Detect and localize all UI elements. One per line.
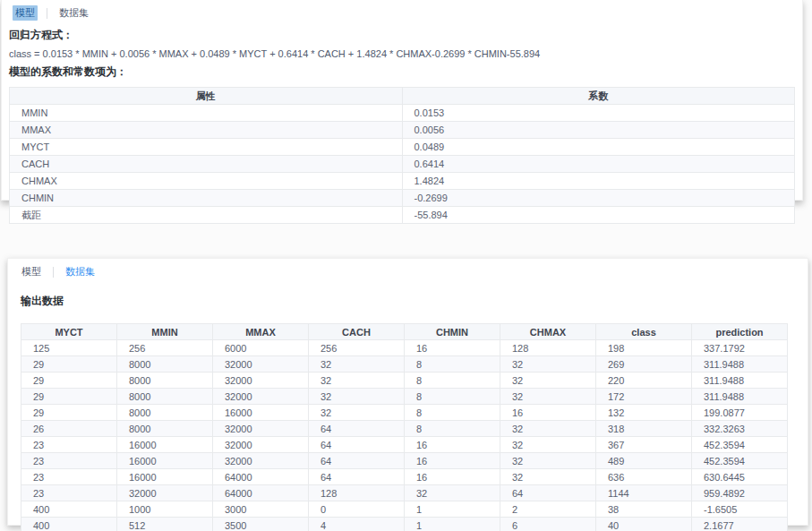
table-cell: 8000	[117, 389, 213, 405]
table-cell: 32000	[213, 373, 309, 389]
table-cell: 29	[21, 373, 117, 389]
table-cell: 截距	[10, 207, 403, 224]
table-cell: 269	[596, 356, 692, 373]
table-cell: 3000	[213, 501, 309, 518]
table-cell: 8000	[117, 356, 213, 373]
table-cell: 32	[500, 453, 596, 469]
table-cell: 8	[405, 373, 500, 389]
table-cell: 32	[500, 373, 596, 389]
table-cell: 452.3594	[692, 437, 788, 453]
table-cell: 311.9488	[692, 373, 788, 389]
table-cell: 128	[500, 340, 596, 356]
table-row: 截距-55.894	[10, 207, 795, 224]
tab-divider	[53, 267, 54, 278]
table-cell: 1	[405, 518, 500, 531]
regression-equation-text: class = 0.0153 * MMIN + 0.0056 * MMAX + …	[2, 45, 802, 61]
table-row: 2980003200032832172311.9488	[21, 389, 788, 405]
table-cell: 8000	[117, 421, 213, 437]
table-cell: 16	[405, 453, 500, 469]
table-cell: 16000	[117, 469, 213, 485]
table-cell: 32	[500, 421, 596, 437]
table-cell: 959.4892	[692, 485, 788, 501]
table-row: 231600032000641632367452.3594	[21, 437, 788, 453]
table-cell: -0.2699	[402, 190, 795, 207]
table-cell: MMAX	[10, 122, 403, 139]
table-row: CACH0.6414	[10, 156, 795, 173]
table-cell: 0.0489	[402, 139, 795, 156]
table-cell: 332.3263	[692, 421, 788, 437]
table-cell: 1	[405, 501, 500, 518]
table-cell: 8000	[117, 405, 213, 421]
table-row: MMIN0.0153	[10, 105, 795, 122]
table-cell: 16	[405, 469, 500, 485]
tab-dataset[interactable]: 数据集	[63, 264, 98, 279]
column-header: class	[596, 324, 692, 340]
column-header: MMIN	[117, 324, 213, 340]
table-cell: 32000	[117, 485, 213, 501]
table-cell: 1000	[117, 501, 213, 518]
table-row: MYCT0.0489	[10, 139, 795, 156]
table-cell: 256	[117, 340, 213, 356]
table-cell: 23	[21, 453, 117, 469]
table-row: 2980003200032832269311.9488	[21, 356, 788, 373]
table-row: 231600064000641632636630.6445	[21, 469, 788, 485]
table-cell: MMIN	[10, 105, 403, 122]
table-cell: 40	[596, 518, 692, 531]
table-cell: 23	[21, 469, 117, 485]
table-row: 125256600025616128198337.1792	[21, 340, 788, 356]
table-row: 4005123500416402.1677	[21, 518, 788, 531]
table-cell: 198	[596, 340, 692, 356]
table-cell: 32	[500, 356, 596, 373]
column-header: CHMIN	[405, 324, 500, 340]
table-cell: 64	[309, 437, 405, 453]
coefficients-table-wrap: 属性系数MMIN0.0153MMAX0.0056MYCT0.0489CACH0.…	[9, 87, 795, 224]
table-cell: 29	[21, 405, 117, 421]
table-cell: 3500	[213, 518, 309, 531]
table-row: CHMAX1.4824	[10, 173, 795, 190]
table-cell: 32	[405, 485, 500, 501]
output-data-table: MYCTMMINMMAXCACHCHMINCHMAXclasspredictio…	[21, 323, 788, 531]
table-cell: 4	[309, 518, 405, 531]
table-cell: 337.1792	[692, 340, 788, 356]
table-cell: 32000	[213, 356, 309, 373]
table-row: 23320006400012832641144959.4892	[21, 485, 788, 501]
table-cell: 172	[596, 389, 692, 405]
table-cell: 32	[309, 373, 405, 389]
table-cell: 1.4824	[402, 173, 795, 190]
table-cell: 32	[309, 356, 405, 373]
coefficients-heading: 模型的系数和常数项为：	[2, 61, 802, 81]
table-cell: 8	[405, 389, 500, 405]
table-cell: 220	[596, 373, 692, 389]
table-cell: 367	[596, 437, 692, 453]
column-header: MMAX	[213, 324, 309, 340]
tab-dataset[interactable]: 数据集	[56, 5, 91, 21]
table-cell: 32	[500, 437, 596, 453]
tab-model[interactable]: 模型	[13, 5, 38, 21]
table-cell: 64	[309, 453, 405, 469]
table-cell: 23	[21, 485, 117, 501]
table-cell: 0.0153	[402, 105, 795, 122]
table-cell: 38	[596, 501, 692, 518]
table-cell: 32000	[213, 437, 309, 453]
table-cell: 0.6414	[402, 156, 795, 173]
table-cell: 512	[117, 518, 213, 531]
table-cell: 0	[309, 501, 405, 518]
table-cell: 6000	[213, 340, 309, 356]
dataset-panel-tabs: 模型 数据集	[8, 259, 808, 283]
coefficients-table: 属性系数MMIN0.0153MMAX0.0056MYCT0.0489CACH0.…	[9, 87, 795, 224]
table-cell: 489	[596, 453, 692, 469]
table-cell: 125	[21, 340, 117, 356]
table-cell: MYCT	[10, 139, 403, 156]
table-cell: -1.6505	[692, 501, 788, 518]
tab-model[interactable]: 模型	[19, 264, 44, 279]
table-cell: CHMIN	[10, 190, 403, 207]
table-cell: 636	[596, 469, 692, 485]
table-cell: CHMAX	[10, 173, 403, 190]
table-cell: 8	[405, 356, 500, 373]
dataset-result-panel: 模型 数据集 输出数据 MYCTMMINMMAXCACHCHMINCHMAXcl…	[7, 258, 808, 526]
table-cell: CACH	[10, 156, 403, 173]
table-row: MMAX0.0056	[10, 122, 795, 139]
table-cell: 64000	[213, 485, 309, 501]
table-row: 231600032000641632489452.3594	[21, 453, 788, 469]
table-cell: 256	[309, 340, 405, 356]
